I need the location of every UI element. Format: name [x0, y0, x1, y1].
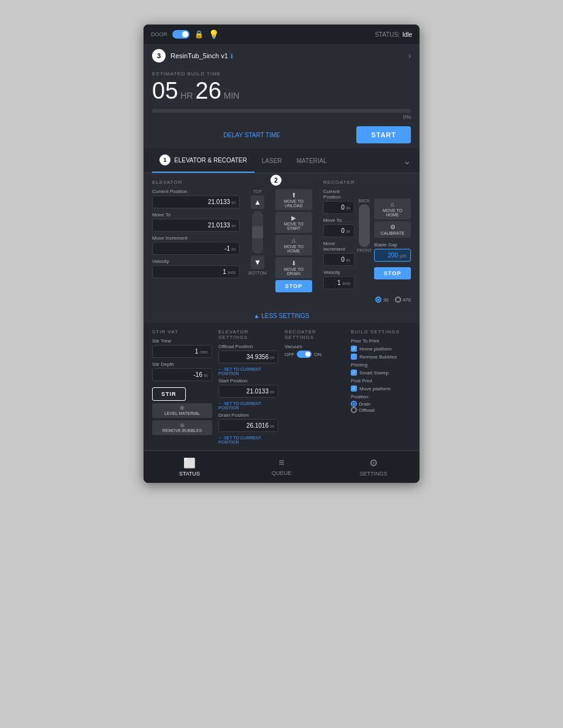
- set-to-current-2[interactable]: ← SET TO CURRENT POSITION: [218, 401, 278, 410]
- elevator-increment-value[interactable]: -1 in: [152, 242, 240, 255]
- move-platform-row: ✓ Move platform: [351, 385, 411, 392]
- set-to-current-1[interactable]: ← SET TO CURRENT POSITION: [218, 367, 278, 376]
- door-label: DOOR: [151, 31, 167, 37]
- hours-value: 05: [152, 78, 178, 104]
- elevator-current-pos-label: Current Position: [152, 189, 240, 194]
- elevator-move-to-value[interactable]: 21.0133 in: [152, 219, 240, 232]
- set-to-current-3[interactable]: ← SET TO CURRENT POSITION: [218, 436, 278, 444]
- move-to-home-elevator-button[interactable]: ⌂ MOVE TO HOME: [275, 235, 312, 256]
- recoater-move-to-label: Move To: [323, 218, 354, 223]
- min-unit: MIN: [224, 91, 240, 100]
- elevator-up-button[interactable]: ▲: [251, 195, 264, 209]
- progress-bar-outer: [152, 109, 411, 113]
- elevator-velocity-label: Velocity: [152, 259, 240, 264]
- offload-radio[interactable]: Offload: [351, 407, 375, 413]
- recoater-stop-button[interactable]: STOP: [374, 267, 411, 279]
- tabs-section: 1 ELEVATOR & RECOATER LASER MATERIAL ⌄: [144, 148, 419, 173]
- stir-depth-label: Stir Depth: [152, 362, 212, 367]
- move-to-home-recoater-button[interactable]: ⌂ MOVE TO HOME: [374, 199, 411, 219]
- recoater-settings-col: RECOATER SETTINGS Vacuum OFF ON: [285, 329, 345, 444]
- offload-radio-dot[interactable]: [351, 407, 357, 413]
- recoater-slider-track[interactable]: [359, 204, 370, 247]
- level-material-label: LEVEL MATERIAL: [164, 411, 200, 415]
- remove-bubbles-button[interactable]: ◎ REMOVE BUBBLES: [152, 420, 212, 435]
- elevator-slider-thumb: [252, 226, 263, 238]
- door-toggle[interactable]: [172, 30, 190, 39]
- smart-sweep-checkbox[interactable]: ✓: [351, 370, 357, 376]
- less-settings-toggle[interactable]: ▲ LESS SETTINGS: [144, 309, 419, 323]
- drain-radio[interactable]: Drain: [351, 401, 370, 407]
- home-platform-checkbox[interactable]: ✓: [351, 346, 357, 352]
- drain-radio-dot[interactable]: [351, 401, 357, 407]
- stir-time-value[interactable]: 1 min: [152, 345, 212, 358]
- blade-gap-value[interactable]: 200 µm: [374, 249, 411, 262]
- vacuum-on-label: ON: [314, 352, 321, 357]
- position-radio-row: Drain: [351, 401, 411, 407]
- recoater-current-pos-label: Current Position: [323, 189, 354, 200]
- play-icon: ▶: [291, 214, 296, 221]
- vacuum-label: Vacuum: [285, 344, 345, 349]
- info-icon[interactable]: ℹ: [231, 53, 233, 59]
- bubbles-icon: ◎: [180, 423, 184, 428]
- remove-bubbles-checkbox[interactable]: [351, 354, 357, 360]
- collapse-button[interactable]: ⌄: [403, 155, 411, 167]
- radio-30-dot[interactable]: [375, 297, 381, 303]
- offload-position-value[interactable]: 34.9356 in: [218, 351, 278, 363]
- recoater-increment-value[interactable]: 0 in: [323, 253, 354, 266]
- start-button[interactable]: START: [356, 126, 411, 143]
- nav-settings[interactable]: ⚙ SETTINGS: [327, 451, 419, 483]
- file-section: 3 ResinTub_5inch v1 ℹ ›: [144, 44, 419, 67]
- tab-elevator-recoater[interactable]: 1 ELEVATOR & RECOATER: [152, 148, 255, 173]
- home-recoater-icon: ⌂: [391, 201, 394, 208]
- move-platform-checkbox[interactable]: ✓: [351, 385, 357, 392]
- chevron-right-icon[interactable]: ›: [408, 51, 411, 60]
- move-to-unload-label: MOVE TO UNLOAD: [279, 199, 308, 208]
- build-settings-label: BUILD SETTINGS: [351, 329, 411, 335]
- radio-470-dot[interactable]: [395, 297, 401, 303]
- recoater-front-label: FRONT: [357, 248, 372, 252]
- elevator-action-btns: 2 ⬆ MOVE TO UNLOAD ▶ MOVE TO START ⌂ MOV…: [275, 180, 312, 293]
- elevator-down-button[interactable]: ▼: [251, 256, 264, 269]
- recoater-move-to-value[interactable]: 0 in: [323, 224, 354, 237]
- status-nav-icon: ⬜: [183, 457, 196, 469]
- build-time-display: 05 HR 26 MIN: [152, 78, 411, 104]
- elevator-slider-track[interactable]: [252, 211, 263, 254]
- move-to-drain-button[interactable]: ⬇ MOVE TO DRAIN: [275, 257, 312, 278]
- header: DOOR 🔒 💡 STATUS: Idle: [144, 25, 419, 44]
- elevator-slider-col: TOP ▲ ▼ BOTTOM: [248, 180, 267, 293]
- post-print-label: Post Print: [351, 378, 411, 384]
- tab-laser[interactable]: LASER: [255, 151, 289, 170]
- tab-material[interactable]: MATERIAL: [289, 151, 334, 170]
- nav-queue[interactable]: ≡ QUEUE: [236, 451, 327, 483]
- radio-470[interactable]: 470: [395, 297, 411, 303]
- vacuum-toggle[interactable]: [297, 351, 312, 358]
- delay-start-button[interactable]: DELAY START TIME: [152, 128, 351, 142]
- move-to-unload-button[interactable]: ⬆ MOVE TO UNLOAD: [275, 189, 312, 210]
- elevator-settings-col: ELEVATOR SETTINGS Offload Position 34.93…: [218, 329, 278, 444]
- stir-time-label: Stir Time: [152, 338, 212, 344]
- radio-30[interactable]: 30: [375, 297, 389, 303]
- calibrate-button[interactable]: ⚙ CALIBRATE: [374, 221, 411, 238]
- recoater-velocity-value[interactable]: 1 in/s: [323, 276, 354, 289]
- elevator-velocity-value[interactable]: 1 in/s: [152, 265, 240, 278]
- elevator-stop-button[interactable]: STOP: [275, 280, 312, 292]
- level-material-button[interactable]: ⊟ LEVEL MATERIAL: [152, 403, 212, 418]
- move-to-start-button[interactable]: ▶ MOVE TO START: [275, 212, 312, 233]
- home-platform-label: Home platform: [359, 346, 391, 352]
- move-to-drain-label: MOVE TO DRAIN: [279, 267, 308, 276]
- nav-status[interactable]: ⬜ STATUS: [144, 451, 236, 483]
- slider-top-label: TOP: [253, 189, 262, 194]
- settings-nav-label: SETTINGS: [359, 471, 387, 477]
- bulb-icon: 💡: [209, 29, 219, 39]
- elevator-section-label: ELEVATOR: [152, 180, 240, 185]
- recoater-top: Current Position 0 in Move To 0 in Move …: [323, 189, 411, 293]
- stir-depth-value[interactable]: -16 in: [152, 368, 212, 381]
- remove-bubbles-row: Remove Bubbles: [351, 354, 411, 360]
- stir-button[interactable]: STIR: [152, 387, 186, 401]
- move-to-start-label: MOVE TO START: [279, 222, 308, 230]
- start-position-value[interactable]: 21.0133 in: [218, 385, 278, 398]
- file-name: ResinTub_5inch v1 ℹ: [170, 52, 233, 59]
- drain-value[interactable]: 26.1016 in: [218, 419, 278, 432]
- offload-radio-row: Offload: [351, 407, 411, 413]
- elevator-move-to-label: Move To: [152, 212, 240, 218]
